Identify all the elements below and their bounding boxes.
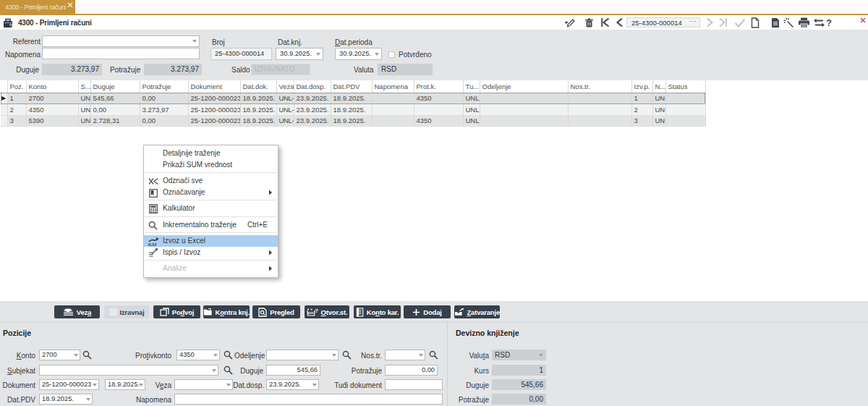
svg-text:?: ? [315, 308, 318, 314]
svg-text:XLSX: XLSX [148, 243, 158, 247]
